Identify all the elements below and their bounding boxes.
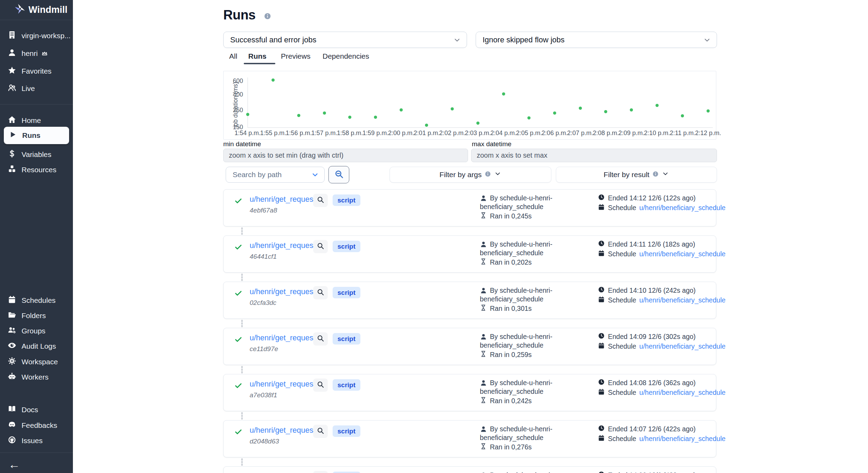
collapse-sidebar-button[interactable]: ← [8,458,20,471]
sidebar-item-workers[interactable]: Workers [0,371,73,383]
chart-point[interactable] [323,111,326,115]
sidebar-item-schedules[interactable]: Schedules [0,294,73,306]
chart-point[interactable] [553,111,556,115]
tab-dependencies[interactable]: Dependencies [323,52,369,60]
chart-point[interactable] [630,108,633,111]
tab-previews[interactable]: Previews [281,52,310,60]
run-hash: 46441cf1 [250,253,277,260]
run-ended-at: Ended 14:07 12/6 (422s ago) [598,425,696,433]
sidebar-item-feedbacks[interactable]: Feedbacks [0,420,73,431]
github-icon [8,435,16,446]
schedule-link[interactable]: u/henri/beneficiary_schedule [639,389,725,397]
chart-point[interactable] [502,92,505,96]
chart-point[interactable] [527,116,531,119]
sidebar-item-resources[interactable]: Resources [0,164,73,176]
run-path-link[interactable]: u/henri/get_request [250,195,316,204]
sidebar-item-groups[interactable]: Groups [0,325,73,337]
hourglass-icon [480,397,487,405]
sidebar-item-issues[interactable]: Issues [0,435,73,447]
info-icon [485,171,491,179]
chart-point[interactable] [681,114,684,117]
run-ended-at: Ended 14:06 12/6 (482s ago) [598,471,696,473]
run-path-link[interactable]: u/henri/get_request [250,287,316,296]
success-check-icon [234,382,242,391]
schedule-link[interactable]: u/henri/beneficiary_schedule [639,296,725,304]
chart-point[interactable] [707,109,710,113]
schedule-link[interactable]: u/henri/beneficiary_schedule [639,342,725,350]
schedule-link[interactable]: u/henri/beneficiary_schedule [639,435,725,443]
sidebar-item-label: Resources [22,166,56,174]
crown-icon [42,49,48,58]
brand[interactable]: Windmill [0,0,73,20]
workspace-name: virgin-worksp... [22,32,70,40]
inspect-run-button[interactable] [313,379,328,392]
chart-point[interactable] [272,78,275,82]
filter-by-result-button[interactable]: Filter by result [556,167,717,183]
sidebar-item-home[interactable]: Home [0,115,73,126]
skipped-flow-select[interactable]: Ignore skipped flow jobs [476,32,717,48]
run-connector-dashes [242,366,242,373]
job-kind-badge: script [333,333,360,345]
workspace-switcher[interactable]: virgin-worksp... [0,30,73,42]
inspect-run-button[interactable] [313,471,328,473]
info-icon[interactable] [264,13,271,21]
tab-runs[interactable]: Runs [248,52,267,60]
inspect-run-button[interactable] [313,286,328,299]
user-menu[interactable]: henri [0,48,73,59]
sidebar-item-label: Schedules [22,296,56,305]
chart-point[interactable] [451,107,454,110]
runs-duration-chart[interactable]: job duration (ms) 6004002501501:54 p.m.1… [223,71,716,140]
inspect-run-button[interactable] [313,425,328,438]
run-duration: Ran in 0,202s [480,258,532,267]
chart-point[interactable] [656,104,659,107]
run-card[interactable]: u/henri/get_request script By schedule-u… [223,466,716,473]
search-icon [334,169,344,180]
chart-point[interactable] [400,108,403,111]
inspect-run-button[interactable] [313,194,328,207]
run-card[interactable]: u/henri/get_request script 4ebf67a8 By s… [223,189,716,226]
run-card[interactable]: u/henri/get_request script d2048d63 By s… [223,420,716,457]
chart-point[interactable] [579,107,582,110]
sidebar-item-live[interactable]: Live [0,83,73,94]
sidebar-item-docs[interactable]: Docs [0,404,73,416]
chart-point[interactable] [476,122,479,125]
sidebar-item-folders[interactable]: Folders [0,310,73,322]
chart-point[interactable] [374,116,377,119]
sidebar-item-runs[interactable]: Runs [4,127,69,144]
sidebar-item-workspace[interactable]: Workspace [0,356,73,368]
person-icon [480,194,487,202]
run-card[interactable]: u/henri/get_request script ce11d97e By s… [223,328,716,365]
sidebar-item-audit-logs[interactable]: Audit Logs [0,340,73,352]
chart-point[interactable] [604,110,607,113]
run-path-link[interactable]: u/henri/get_request [250,333,316,342]
sidebar-item-variables[interactable]: Variables [0,149,73,160]
run-card[interactable]: u/henri/get_request script a7e038f1 By s… [223,374,716,411]
sidebar-item-label: Home [22,116,41,125]
search-by-path-select[interactable]: Search by path [226,167,325,183]
run-path-link[interactable]: u/henri/get_request [250,241,316,250]
schedule-link[interactable]: u/henri/beneficiary_schedule [639,250,725,258]
sidebar-item-label: Runs [22,131,41,140]
min-datetime-input[interactable] [223,149,468,162]
job-status-select[interactable]: Successful and error jobs [223,32,467,48]
schedule-link[interactable]: u/henri/beneficiary_schedule [639,204,725,212]
tab-all[interactable]: All [229,52,237,60]
inspect-run-button[interactable] [313,240,328,253]
sidebar-divider [0,453,73,453]
chart-point[interactable] [297,114,300,117]
chart-point[interactable] [246,113,249,116]
run-path-link[interactable]: u/henri/get_request [250,426,316,435]
chart-point[interactable] [425,124,428,127]
page-title: Runs [223,8,256,23]
run-path-link[interactable]: u/henri/get_request [250,380,316,389]
search-button[interactable] [328,166,349,183]
run-schedule: Schedule u/henri/beneficiary_schedule [598,434,726,443]
chart-point[interactable] [348,116,351,119]
run-ended-at: Ended 14:08 12/6 (362s ago) [598,379,696,387]
run-card[interactable]: u/henri/get_request script 46441cf1 By s… [223,235,716,273]
filter-by-args-button[interactable]: Filter by args [390,167,551,183]
run-card[interactable]: u/henri/get_request script 02cfa3dc By s… [223,282,716,319]
inspect-run-button[interactable] [313,332,328,346]
max-datetime-input[interactable] [471,149,717,162]
sidebar-item-favorites[interactable]: Favorites [0,65,73,77]
